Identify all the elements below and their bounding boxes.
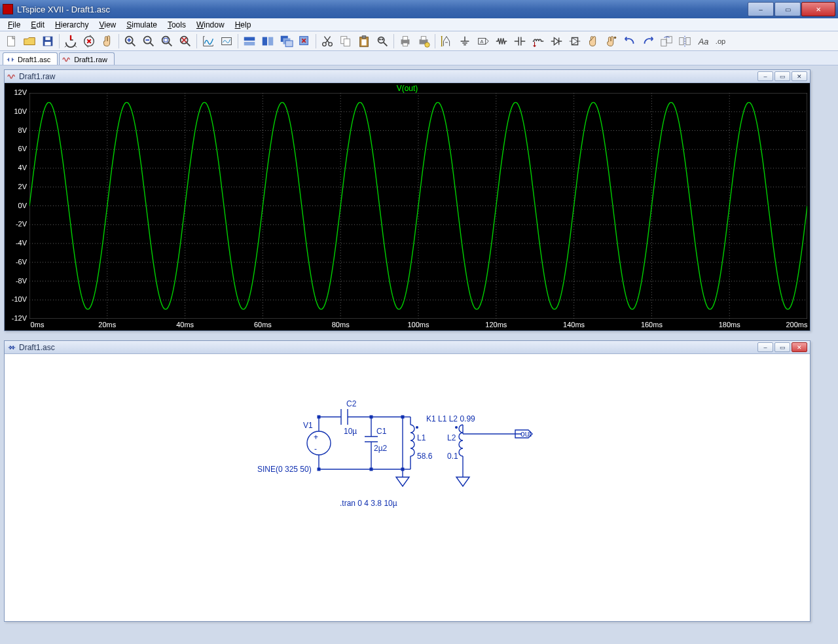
find-icon [375, 34, 390, 48]
child-close-button[interactable]: ✕ [792, 71, 807, 81]
toolbtn-zoom-in[interactable] [122, 33, 139, 49]
minimize-button[interactable]: – [748, 2, 774, 16]
menu-help[interactable]: Help [230, 20, 257, 30]
toolbtn-draw-wire[interactable] [438, 33, 455, 49]
toolbtn-tile-v[interactable] [259, 33, 276, 49]
label-V1-value[interactable]: SINE(0 325 50) [257, 465, 312, 474]
y-tick-label: -2V [5, 220, 27, 228]
toolbtn-tile-h[interactable] [241, 33, 258, 49]
toolbar-separator [316, 34, 316, 48]
menu-hierarchy[interactable]: Hierarchy [50, 20, 94, 30]
menu-edit[interactable]: Edit [26, 20, 50, 30]
label-C1[interactable]: C1 [376, 427, 387, 436]
toolbtn-move[interactable] [585, 33, 602, 49]
toolbtn-find[interactable] [374, 33, 391, 49]
label-C2[interactable]: C2 [346, 399, 357, 408]
schematic-window[interactable]: Draft1.asc – ▭ ✕ C210µ+-V1SINE(0 325 50)… [4, 340, 811, 622]
waveform-svg [29, 93, 807, 319]
toolbtn-cut[interactable] [319, 33, 336, 49]
toolbtn-save[interactable] [39, 33, 56, 49]
toolbtn-undo[interactable] [621, 33, 638, 49]
undo-icon [623, 34, 637, 48]
child-minimize-button[interactable]: – [757, 71, 773, 81]
waveform-window[interactable]: Draft1.raw – ▭ ✕ V(out) -12V-10V-8V-6V-4… [4, 69, 811, 331]
schematic-canvas[interactable]: C210µ+-V1SINE(0 325 50)C12µ2L158.6K1 L1 … [5, 354, 810, 621]
toolbtn-close-all[interactable] [296, 33, 313, 49]
toolbtn-zoom-back[interactable] [177, 33, 194, 49]
toolbtn-inductor[interactable] [530, 33, 547, 49]
toolbtn-run[interactable] [62, 33, 79, 49]
y-tick-label: 0V [5, 202, 27, 209]
toolbtn-print[interactable] [397, 33, 414, 49]
tile-h-icon [242, 34, 257, 48]
label-L1-value[interactable]: 58.6 [417, 452, 433, 461]
toolbtn-autorange[interactable] [200, 33, 217, 49]
toolbtn-copy[interactable] [337, 33, 354, 49]
label-L1[interactable]: L1 [417, 433, 426, 442]
menu-window[interactable]: Window [191, 20, 230, 30]
waveform-plot-area[interactable]: V(out) -12V-10V-8V-6V-4V-2V0V2V4V6V8V10V… [5, 83, 810, 331]
toolbtn-paste[interactable] [355, 33, 373, 49]
toolbtn-diode[interactable] [548, 33, 565, 49]
spice-directive-tran[interactable]: .tran 0 4 3.8 10µ [340, 499, 397, 508]
child-close-button[interactable]: ✕ [792, 342, 807, 352]
toolbtn-mirror[interactable] [676, 33, 693, 49]
close-button[interactable]: ✕ [801, 2, 835, 16]
toolbtn-label[interactable]: A [475, 33, 492, 49]
svg-text:+: + [314, 433, 318, 442]
menu-simulate[interactable]: Simulate [121, 20, 162, 30]
svg-rect-76 [370, 416, 373, 419]
toolbtn-capacitor[interactable] [511, 33, 528, 49]
toolbtn-text[interactable]: Aa [695, 33, 712, 49]
svg-rect-34 [421, 36, 426, 40]
label-C1-value[interactable]: 2µ2 [374, 444, 388, 453]
toolbtn-setup[interactable] [415, 33, 432, 49]
run-icon [64, 34, 78, 48]
svg-point-69 [307, 431, 331, 455]
waveform-title-bar[interactable]: Draft1.raw – ▭ ✕ [5, 70, 810, 83]
wave-icon [7, 72, 16, 81]
net-label-out[interactable]: out [520, 429, 532, 438]
toolbtn-op[interactable]: .op [713, 33, 730, 49]
child-minimize-button[interactable]: – [757, 342, 773, 352]
toolbtn-redo[interactable] [640, 33, 657, 49]
svg-rect-14 [263, 37, 267, 45]
y-tick-label: -10V [5, 295, 27, 303]
svg-rect-75 [401, 416, 405, 419]
toolbtn-drag[interactable] [603, 33, 620, 49]
toolbtn-open[interactable] [21, 33, 38, 49]
toolbtn-component[interactable] [566, 33, 583, 49]
svg-rect-23 [344, 39, 350, 46]
menu-tools[interactable]: Tools [162, 20, 191, 30]
child-maximize-button[interactable]: ▭ [774, 342, 790, 352]
label-L2-value[interactable]: 0.1 [447, 452, 458, 461]
toolbtn-hand[interactable] [99, 33, 116, 49]
schematic-title-bar[interactable]: Draft1.asc – ▭ ✕ [5, 341, 810, 354]
toolbtn-new[interactable] [3, 33, 20, 49]
label-C2-value[interactable]: 10µ [344, 427, 357, 436]
menu-file[interactable]: File [3, 20, 26, 30]
label-K-directive[interactable]: K1 L1 L2 0.99 [426, 414, 475, 423]
cut-icon [320, 34, 335, 48]
trace-title[interactable]: V(out) [5, 84, 810, 93]
menu-view[interactable]: View [94, 20, 121, 30]
doctab-Draft1-asc[interactable]: Draft1.asc [3, 52, 58, 65]
doctab-Draft1-raw[interactable]: Draft1.raw [59, 52, 115, 65]
draw-wire-icon [439, 34, 454, 48]
label-V1[interactable]: V1 [303, 421, 313, 430]
toolbtn-stop[interactable] [81, 33, 98, 49]
toolbtn-zoom-out[interactable] [140, 33, 157, 49]
diode-icon [549, 34, 564, 48]
toolbtn-pan-plot[interactable] [218, 33, 235, 49]
toolbtn-ground[interactable] [456, 33, 473, 49]
label-L2[interactable]: L2 [447, 433, 456, 442]
svg-rect-9 [164, 38, 168, 42]
toolbtn-cascade[interactable] [278, 33, 295, 49]
maximize-button[interactable]: ▭ [774, 2, 801, 16]
toolbtn-resistor[interactable] [493, 33, 510, 49]
child-maximize-button[interactable]: ▭ [774, 71, 790, 81]
titlebar[interactable]: LTspice XVII - Draft1.asc – ▭ ✕ [0, 0, 838, 18]
toolbtn-zoom-fit[interactable] [158, 33, 175, 49]
toolbtn-rotate[interactable] [658, 33, 675, 49]
svg-point-28 [379, 38, 381, 40]
